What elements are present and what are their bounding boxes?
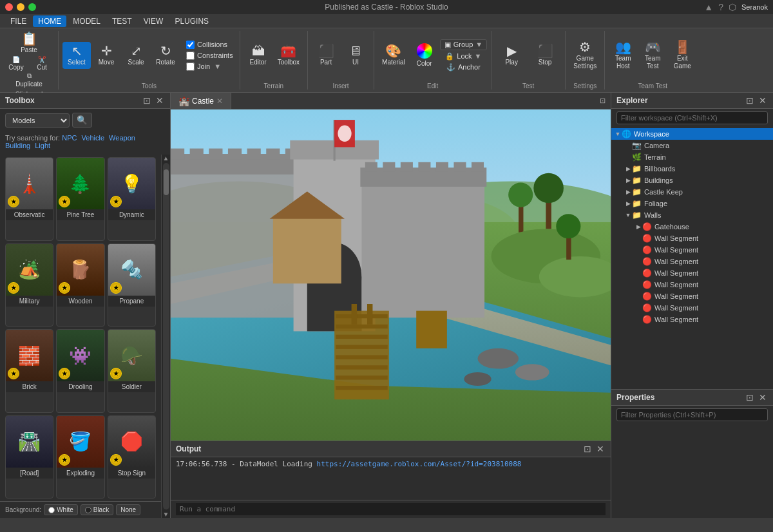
part-button[interactable]: ⬛ Part	[312, 42, 340, 69]
minimize-button[interactable]	[17, 3, 24, 11]
viewport[interactable]	[171, 109, 611, 441]
collisions-checkbox[interactable]	[186, 41, 195, 49]
explorer-filter-input[interactable]	[616, 111, 768, 124]
menu-plugins[interactable]: PLUGINS	[169, 15, 214, 27]
suggestion-building[interactable]: Building	[5, 142, 30, 149]
rotate-button[interactable]: ↻ Rotate	[151, 42, 180, 69]
tree-item-billboards-3[interactable]: ▶📁Billboards	[611, 163, 773, 175]
command-input[interactable]	[176, 503, 606, 515]
tree-item-gatehouse-8[interactable]: ▶🔴Gatehouse	[611, 221, 773, 233]
game-settings-button[interactable]: ⚙ Game Settings	[569, 38, 600, 73]
suggestion-npc[interactable]: NPC	[62, 134, 77, 142]
tree-item-wall-segment-10[interactable]: 🔴Wall Segment	[611, 244, 773, 256]
group-button[interactable]: ▣ Group ▼	[440, 39, 487, 50]
close-button[interactable]	[5, 3, 13, 11]
toolbox-item-brick[interactable]: 🧱★Brick	[5, 329, 53, 413]
constraints-checkbox[interactable]	[186, 52, 195, 60]
material-button[interactable]: 🎨 Material	[378, 42, 409, 69]
tree-item-wall-segment-9[interactable]: 🔴Wall Segment	[611, 233, 773, 244]
toolbox-item-drooling[interactable]: 👾★Drooling	[56, 329, 104, 413]
copy-button[interactable]: 📄 Copy	[4, 55, 28, 71]
properties-close-button[interactable]: ✕	[758, 392, 768, 403]
tree-item-wall-segment-16[interactable]: 🔴Wall Segment	[611, 314, 773, 325]
toolbox-scrollbar[interactable]: ▲ ▼	[161, 155, 170, 518]
output-link[interactable]: https://assetgame.roblox.com/Asset/?id=2…	[317, 460, 522, 468]
tree-item-castle-keep-5[interactable]: ▶📁Castle Keep	[611, 186, 773, 198]
tree-item-camera-1[interactable]: 📷Camera	[611, 140, 773, 151]
tree-item-foliage-6[interactable]: ▶📁Foliage	[611, 198, 773, 209]
viewport-tab-castle[interactable]: 🏰 Castle ✕	[171, 93, 231, 109]
share-icon[interactable]: ⬡	[729, 2, 736, 12]
bg-black-button[interactable]: Black	[81, 504, 113, 515]
suggestion-vehicle[interactable]: Vehicle	[82, 134, 104, 142]
toolbox-item-soldier[interactable]: 🪖★Soldier	[108, 329, 156, 413]
scale-button[interactable]: ⤢ Scale	[122, 42, 150, 69]
suggestion-weapon[interactable]: Weapon	[109, 134, 135, 142]
toolbox-item-dynamic[interactable]: 💡★Dynamic	[108, 157, 156, 241]
menu-model[interactable]: MODEL	[68, 15, 106, 27]
join-checkbox[interactable]	[186, 62, 195, 71]
toolbox-item-propane[interactable]: 🔩★Propane	[108, 243, 156, 327]
output-pin-button[interactable]: ⊡	[582, 444, 593, 454]
join-toggle[interactable]: Join ▼	[184, 62, 236, 71]
user-name[interactable]: Seranok	[741, 3, 768, 11]
paste-button[interactable]: 📋 Paste	[4, 31, 54, 55]
suggestion-light[interactable]: Light	[35, 142, 50, 149]
exit-game-button[interactable]: 🚪 Exit Game	[668, 38, 696, 73]
tree-item-wall-segment-12[interactable]: 🔴Wall Segment	[611, 267, 773, 279]
menu-test[interactable]: TEST	[107, 15, 137, 27]
team-host-button[interactable]: 👥 Team Host	[609, 38, 637, 73]
color-button[interactable]: Color	[410, 41, 439, 70]
menu-home[interactable]: HOME	[33, 15, 66, 27]
properties-filter-input[interactable]	[616, 408, 768, 421]
tree-item-wall-segment-14[interactable]: 🔴Wall Segment	[611, 290, 773, 302]
notifications-icon[interactable]: ▲	[704, 2, 713, 12]
tree-item-wall-segment-13[interactable]: 🔴Wall Segment	[611, 279, 773, 290]
scroll-track[interactable]	[163, 163, 169, 509]
editor-button[interactable]: 🏔 Editor	[244, 42, 272, 69]
constraints-toggle[interactable]: Constraints	[184, 51, 236, 61]
team-test-button[interactable]: 🎮 Team Test	[638, 38, 667, 73]
tree-item-wall-segment-11[interactable]: 🔴Wall Segment	[611, 256, 773, 267]
toolbox-item-stopsign[interactable]: 🛑★Stop Sign	[108, 415, 156, 499]
explorer-pin-button[interactable]: ⊡	[745, 95, 755, 106]
castle-tab-close[interactable]: ✕	[216, 97, 223, 106]
cut-button[interactable]: ✂️ Cut	[30, 55, 54, 71]
toolbox-item-exploding[interactable]: 🪣★Exploding	[56, 415, 104, 499]
toolbox-button[interactable]: 🧰 Toolbox	[274, 42, 303, 69]
bg-white-button[interactable]: White	[44, 504, 78, 515]
tree-item-wall-segment-15[interactable]: 🔴Wall Segment	[611, 302, 773, 314]
toolbox-search-button[interactable]: 🔍	[72, 113, 92, 128]
lock-toggle[interactable]: 🔒 Lock ▼	[443, 52, 484, 61]
scroll-down-arrow[interactable]: ▼	[163, 511, 169, 518]
tree-item-buildings-4[interactable]: ▶📁Buildings	[611, 175, 773, 186]
scroll-up-arrow[interactable]: ▲	[163, 155, 169, 162]
menu-file[interactable]: FILE	[5, 15, 32, 27]
move-button[interactable]: ✛ Move	[92, 42, 120, 69]
toolbox-item-military[interactable]: 🏕️★Military	[5, 243, 53, 327]
explorer-close-button[interactable]: ✕	[758, 95, 768, 106]
toolbox-category-select[interactable]: Models Decals Audio Meshes	[5, 113, 70, 128]
tree-item-terrain-2[interactable]: 🌿Terrain	[611, 151, 773, 163]
menu-view[interactable]: VIEW	[138, 15, 169, 27]
play-button[interactable]: ▶ Play	[495, 42, 528, 69]
toolbox-item-observatic[interactable]: 🗼★Observatic	[5, 157, 53, 241]
toolbox-pin-button[interactable]: ⊡	[142, 95, 152, 106]
stop-button[interactable]: ⬛ Stop	[529, 42, 561, 69]
properties-pin-button[interactable]: ⊡	[745, 392, 755, 403]
toolbox-item-road[interactable]: 🛣️[Road]	[5, 415, 53, 499]
tree-item-walls-7[interactable]: ▼📁Walls	[611, 209, 773, 221]
viewport-expand-button[interactable]: ⊡	[595, 93, 611, 109]
anchor-toggle[interactable]: ⚓ Anchor	[444, 62, 483, 72]
toolbox-item-wooden[interactable]: 🪵★Wooden	[56, 243, 104, 327]
select-button[interactable]: ↖ Select	[62, 42, 91, 69]
duplicate-button[interactable]: ⧉ Duplicate	[4, 71, 54, 88]
toolbox-item-pinetree[interactable]: 🌲★Pine Tree	[56, 157, 104, 241]
help-icon[interactable]: ?	[718, 2, 723, 12]
scroll-thumb[interactable]	[164, 169, 169, 195]
maximize-button[interactable]	[28, 3, 36, 11]
output-close-button[interactable]: ✕	[595, 444, 606, 454]
bg-none-button[interactable]: None	[116, 504, 140, 515]
collisions-toggle[interactable]: Collisions	[184, 40, 236, 50]
tree-item-workspace-0[interactable]: ▼🌐Workspace	[611, 128, 773, 140]
